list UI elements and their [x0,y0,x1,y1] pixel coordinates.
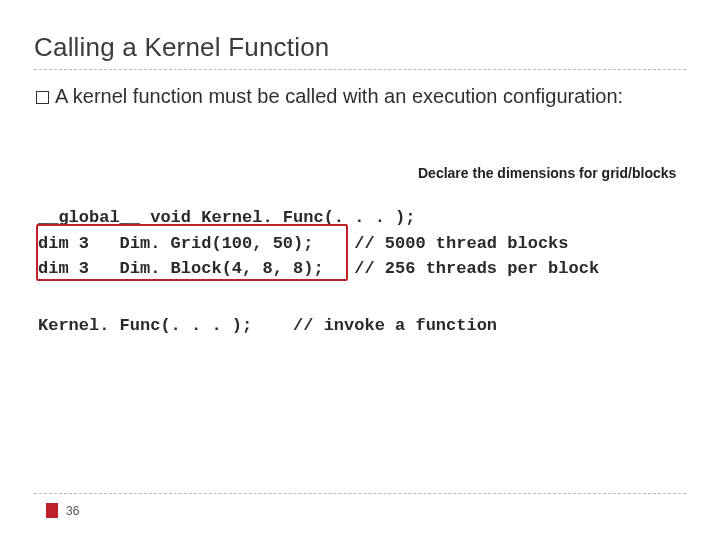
page-number: 36 [66,504,79,518]
page-marker: 36 [46,503,79,518]
bullet-text-a: A [55,85,67,107]
code-line-3: dim 3 Dim. Block(4, 8, 8); // 256 thread… [38,259,599,278]
square-bullet-icon [36,91,49,104]
annotation-label: Declare the dimensions for grid/blocks [418,165,676,181]
code-block: __global__ void Kernel. Func(. . . ); di… [38,205,599,282]
code-invoke-line: Kernel. Func(. . . ); // invoke a functi… [38,316,497,335]
title-divider [34,69,686,70]
code-line-2: dim 3 Dim. Grid(100, 50); // 5000 thread… [38,234,569,253]
footer-divider [34,493,686,494]
code-line-1: __global__ void Kernel. Func(. . . ); [38,208,415,227]
slide-title: Calling a Kernel Function [34,32,686,63]
flag-icon [46,503,58,518]
bullet-text-rest: kernel function must be called with an e… [67,85,623,107]
bullet-point: A kernel function must be called with an… [34,84,686,110]
